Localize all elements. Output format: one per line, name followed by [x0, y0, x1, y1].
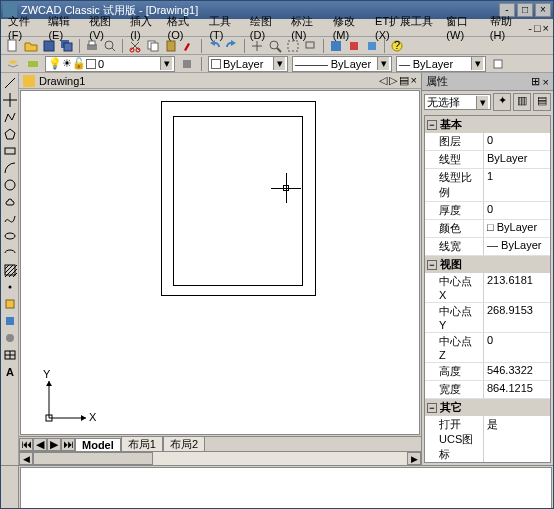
undo-button[interactable]	[206, 38, 222, 54]
property-value[interactable]: 213.6181	[483, 273, 550, 302]
sheet-tab-model[interactable]: Model	[75, 438, 121, 451]
circle-button[interactable]	[2, 177, 18, 193]
copy-button[interactable]	[145, 38, 161, 54]
canvas[interactable]: X Y	[20, 90, 420, 435]
xline-button[interactable]	[2, 92, 18, 108]
sheet-next-button[interactable]: ▶	[47, 438, 61, 451]
property-row[interactable]: 宽度864.1215	[425, 381, 550, 399]
print-button[interactable]	[84, 38, 100, 54]
arc-button[interactable]	[2, 160, 18, 176]
ellipse-arc-button[interactable]	[2, 245, 18, 261]
property-value[interactable]: 0	[483, 333, 550, 362]
insert-button[interactable]	[2, 313, 18, 329]
scroll-left-button[interactable]: ◀	[19, 452, 33, 465]
selection-combo[interactable]: 无选择 ▾	[424, 94, 491, 110]
color-combo[interactable]: ByLayer ▾	[208, 56, 288, 72]
property-value[interactable]: □ ByLayer	[483, 220, 550, 237]
property-row[interactable]: 颜色□ ByLayer	[425, 220, 550, 238]
property-row[interactable]: 中心点 Y268.9153	[425, 303, 550, 333]
layer-combo[interactable]: 💡 ☀ 🔓 0 ▾	[45, 56, 175, 72]
property-value[interactable]: 1	[483, 169, 550, 201]
collapse-icon[interactable]: −	[427, 403, 437, 413]
property-row[interactable]: 中心点 X213.6181	[425, 273, 550, 303]
dropdown-icon[interactable]: ▾	[476, 96, 488, 109]
region-button[interactable]	[2, 330, 18, 346]
sheet-last-button[interactable]: ⏭	[61, 438, 75, 451]
pin-icon[interactable]: ⊞	[531, 75, 540, 88]
property-row[interactable]: 线型比例1	[425, 169, 550, 202]
rectangle-button[interactable]	[2, 143, 18, 159]
scroll-right-button[interactable]: ▶	[407, 452, 421, 465]
color-picker-button[interactable]	[490, 56, 506, 72]
properties-button[interactable]	[328, 38, 344, 54]
tab-next-icon[interactable]: ▷	[389, 74, 397, 87]
selectobj-button[interactable]: ▤	[533, 93, 551, 111]
line-button[interactable]	[2, 75, 18, 91]
redo-button[interactable]	[224, 38, 240, 54]
linetype-combo[interactable]: ——— ByLayer ▾	[292, 56, 392, 72]
hatch-button[interactable]	[2, 262, 18, 278]
lineweight-combo[interactable]: — ByLayer ▾	[396, 56, 486, 72]
table-button[interactable]	[2, 347, 18, 363]
close-button[interactable]: ×	[535, 3, 551, 17]
polyline-button[interactable]	[2, 109, 18, 125]
property-value[interactable]: — ByLayer	[483, 238, 550, 255]
property-row[interactable]: 厚度0	[425, 202, 550, 220]
doc-restore-button[interactable]: □	[534, 22, 541, 34]
zoom-prev-button[interactable]	[303, 38, 319, 54]
preview-button[interactable]	[102, 38, 118, 54]
property-row[interactable]: 线宽— ByLayer	[425, 238, 550, 256]
property-value[interactable]: 0	[483, 202, 550, 219]
text-button[interactable]: A	[2, 364, 18, 380]
doc-close-button[interactable]: ×	[543, 22, 549, 34]
property-row[interactable]: 图层0	[425, 133, 550, 151]
spline-button[interactable]	[2, 211, 18, 227]
menu-help[interactable]: 帮助(H)	[487, 13, 524, 42]
horizontal-scrollbar[interactable]: ◀ ▶	[19, 451, 421, 465]
scroll-thumb[interactable]	[33, 452, 153, 465]
property-row[interactable]: 中心点 Z0	[425, 333, 550, 363]
pan-button[interactable]	[249, 38, 265, 54]
sheet-tab-layout1[interactable]: 布局1	[121, 436, 163, 452]
panel-close-icon[interactable]: ×	[543, 76, 549, 88]
quickselect-button[interactable]: ✦	[493, 93, 511, 111]
property-row[interactable]: 线型ByLayer	[425, 151, 550, 169]
property-value[interactable]: 546.3322	[483, 363, 550, 380]
property-row[interactable]: 打开UCS图标是	[425, 416, 550, 463]
polygon-button[interactable]	[2, 126, 18, 142]
property-grid[interactable]: −基本图层0线型ByLayer线型比例1厚度0颜色□ ByLayer线宽— By…	[424, 115, 551, 463]
property-group[interactable]: −其它	[425, 399, 550, 416]
tool1-button[interactable]	[346, 38, 362, 54]
help-button[interactable]: ?	[389, 38, 405, 54]
rectangle-inner[interactable]	[173, 116, 303, 286]
property-value[interactable]: 268.9153	[483, 303, 550, 332]
saveall-button[interactable]	[59, 38, 75, 54]
paste-button[interactable]	[163, 38, 179, 54]
property-value[interactable]: 0	[483, 133, 550, 150]
tab-close-icon[interactable]: ×	[411, 74, 417, 87]
property-value[interactable]: 864.1215	[483, 381, 550, 398]
collapse-icon[interactable]: −	[427, 120, 437, 130]
match-button[interactable]	[181, 38, 197, 54]
layer-manager-button[interactable]	[5, 56, 21, 72]
document-tab[interactable]: Drawing1	[39, 75, 85, 87]
property-group[interactable]: −基本	[425, 116, 550, 133]
dropdown-icon[interactable]: ▾	[273, 57, 285, 70]
dropdown-icon[interactable]: ▾	[377, 57, 389, 70]
property-value[interactable]: 是	[483, 416, 550, 463]
collapse-icon[interactable]: −	[427, 260, 437, 270]
pickadd-button[interactable]: ▥	[513, 93, 531, 111]
save-button[interactable]	[41, 38, 57, 54]
block-button[interactable]	[2, 296, 18, 312]
dropdown-icon[interactable]: ▾	[160, 57, 172, 70]
doc-minimize-button[interactable]: -	[528, 22, 532, 34]
property-value[interactable]: ByLayer	[483, 151, 550, 168]
new-button[interactable]	[5, 38, 21, 54]
ellipse-button[interactable]	[2, 228, 18, 244]
sheet-prev-button[interactable]: ◀	[33, 438, 47, 451]
sheet-tab-layout2[interactable]: 布局2	[163, 436, 205, 452]
menu-window[interactable]: 窗口(W)	[443, 13, 482, 42]
layer-freeze-button[interactable]	[179, 56, 195, 72]
tab-prev-icon[interactable]: ◁	[379, 74, 387, 87]
layer-state-button[interactable]	[25, 56, 41, 72]
